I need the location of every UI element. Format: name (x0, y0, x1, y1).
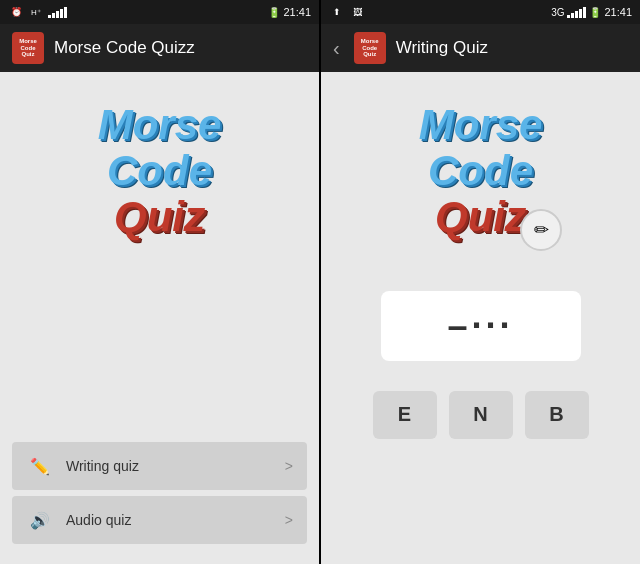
status-icons-left: ⏰ H⁺ (8, 4, 67, 20)
status-bar-right: ⬆ 🖼 3G 🔋 21:41 (321, 0, 640, 24)
pencil-badge: ✏ (520, 209, 562, 251)
battery-icon-right: 🔋 (589, 7, 601, 18)
screen-right: ⬆ 🖼 3G 🔋 21:41 ‹ MorseCodeQuiz Writing Q… (321, 0, 640, 564)
action-bar-left: MorseCodeQuiz Morse Code Quizz (0, 24, 319, 72)
status-icons-right: ⬆ 🖼 (329, 4, 365, 20)
logo-line1-right: Morse (419, 102, 543, 148)
network-type-label: 3G (551, 7, 564, 18)
network-icon: H⁺ (28, 4, 44, 20)
writing-icon: ✏️ (26, 452, 54, 480)
audio-quiz-arrow: > (285, 512, 293, 528)
time-display-right: 21:41 (604, 6, 632, 18)
morse-display: –··· (381, 291, 581, 361)
audio-quiz-button[interactable]: 🔊 Audio quiz > (12, 496, 307, 544)
back-arrow[interactable]: ‹ (333, 37, 340, 60)
battery-icon: 🔋 (268, 7, 280, 18)
status-time-left: 🔋 21:41 (268, 6, 311, 18)
screen-title-right: Writing Quiz (396, 38, 488, 58)
time-display-left: 21:41 (283, 6, 311, 18)
answer-choice-e[interactable]: E (373, 391, 437, 439)
logo-line2-right: Code (419, 148, 543, 194)
screen-left: ⏰ H⁺ 🔋 21:41 MorseCodeQuiz Morse Code Qu… (0, 0, 319, 564)
action-bar-right: ‹ MorseCodeQuiz Writing Quiz (321, 24, 640, 72)
main-content-right: Morse Code Quiz ✏ –··· E N B (321, 72, 640, 564)
logo-line3-left: Quiz (98, 194, 222, 240)
status-right-area: 3G 🔋 21:41 (551, 6, 632, 18)
audio-icon: 🔊 (26, 506, 54, 534)
alarm-icon: ⏰ (8, 4, 24, 20)
answer-choices-container: E N B (373, 391, 589, 439)
answer-choice-b[interactable]: B (525, 391, 589, 439)
logo-line1-left: Morse (98, 102, 222, 148)
signal-bars-right (567, 6, 586, 18)
writing-quiz-arrow: > (285, 458, 293, 474)
usb-icon: ⬆ (329, 4, 345, 20)
screen-title-left: Morse Code Quizz (54, 38, 195, 58)
answer-choice-n[interactable]: N (449, 391, 513, 439)
signal-bars (48, 6, 67, 18)
logo-right: Morse Code Quiz ✏ (419, 102, 543, 241)
writing-quiz-label: Writing quiz (66, 458, 285, 474)
logo-left: Morse Code Quiz (98, 102, 222, 241)
pencil-icon: ✏ (534, 219, 549, 241)
main-content-left: Morse Code Quiz ✏️ Writing quiz > 🔊 Audi… (0, 72, 319, 564)
writing-quiz-button[interactable]: ✏️ Writing quiz > (12, 442, 307, 490)
audio-quiz-label: Audio quiz (66, 512, 285, 528)
status-bar-left: ⏰ H⁺ 🔋 21:41 (0, 0, 319, 24)
app-icon-left: MorseCodeQuiz (12, 32, 44, 64)
quiz-buttons-container: ✏️ Writing quiz > 🔊 Audio quiz > (0, 442, 319, 544)
app-icon-right: MorseCodeQuiz (354, 32, 386, 64)
logo-line2-left: Code (98, 148, 222, 194)
image-icon: 🖼 (349, 4, 365, 20)
